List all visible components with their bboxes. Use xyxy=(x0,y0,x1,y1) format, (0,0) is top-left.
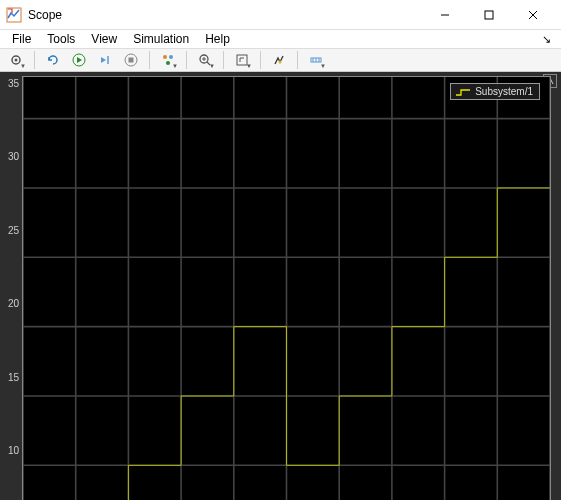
separator xyxy=(297,51,298,69)
menu-bar: File Tools View Simulation Help ↘ xyxy=(0,30,561,49)
pin-icon[interactable]: ↘ xyxy=(536,33,557,46)
config-icon[interactable]: ▼ xyxy=(156,49,180,71)
window-title: Scope xyxy=(28,8,62,22)
svg-rect-10 xyxy=(129,58,134,63)
svg-point-19 xyxy=(279,61,282,64)
svg-point-13 xyxy=(166,61,170,65)
plot-1[interactable]: 35302520151050Subsystem/1 xyxy=(2,76,559,500)
close-button[interactable] xyxy=(511,0,555,30)
svg-point-6 xyxy=(15,59,18,62)
restart-icon[interactable] xyxy=(41,49,65,71)
separator xyxy=(260,51,261,69)
highlight-icon[interactable] xyxy=(267,49,291,71)
step-icon[interactable] xyxy=(93,49,117,71)
cursor-icon[interactable]: ▼ xyxy=(230,49,254,71)
play-icon[interactable] xyxy=(67,49,91,71)
y-axis: 35302520151050 xyxy=(2,76,22,500)
plot-region: 35302520151050Subsystem/12520151050Subsy… xyxy=(0,72,561,500)
menu-tools[interactable]: Tools xyxy=(39,30,83,48)
legend-label: Subsystem/1 xyxy=(475,86,533,97)
svg-rect-2 xyxy=(485,11,493,19)
svg-point-12 xyxy=(169,55,173,59)
plot-canvas[interactable]: Subsystem/1 xyxy=(22,76,551,500)
menu-help[interactable]: Help xyxy=(197,30,238,48)
toolbar: ▼ ▼ ▼ ▼ ▼ xyxy=(0,49,561,72)
gear-icon[interactable]: ▼ xyxy=(4,49,28,71)
legend-swatch-icon xyxy=(455,87,471,97)
minimize-button[interactable] xyxy=(423,0,467,30)
title-bar: Scope xyxy=(0,0,561,30)
menu-view[interactable]: View xyxy=(83,30,125,48)
separator xyxy=(223,51,224,69)
stop-icon[interactable] xyxy=(119,49,143,71)
menu-file[interactable]: File xyxy=(4,30,39,48)
measure-icon[interactable]: ▼ xyxy=(304,49,328,71)
legend: Subsystem/1 xyxy=(450,83,540,100)
separator xyxy=(149,51,150,69)
separator xyxy=(186,51,187,69)
svg-point-11 xyxy=(163,55,167,59)
menu-simulation[interactable]: Simulation xyxy=(125,30,197,48)
maximize-button[interactable] xyxy=(467,0,511,30)
app-icon xyxy=(6,7,22,23)
zoom-icon[interactable]: ▼ xyxy=(193,49,217,71)
separator xyxy=(34,51,35,69)
